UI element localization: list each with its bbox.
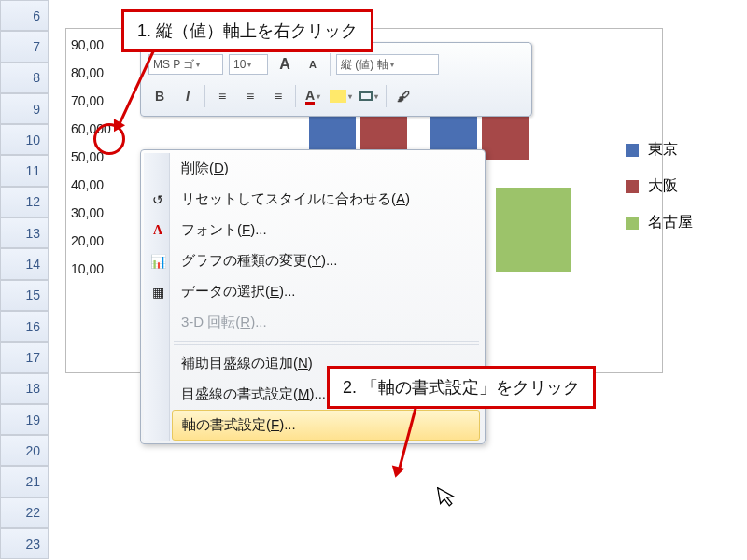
italic-label: I: [186, 89, 190, 104]
font-name-select[interactable]: MS P ゴ▾: [148, 54, 223, 75]
legend-label: 大阪: [648, 176, 678, 196]
menu-item-label: リセットしてスタイルに合わせる(A): [181, 190, 410, 208]
menu-item[interactable]: ↺リセットしてスタイルに合わせる(A): [144, 184, 482, 215]
axis-tick-label: 10,00: [71, 261, 104, 276]
separator: [204, 85, 205, 107]
menu-item[interactable]: 📊グラフの種類の変更(Y)...: [144, 245, 482, 276]
grow-font-button[interactable]: A: [274, 53, 296, 76]
align-center-button[interactable]: ≡: [239, 85, 261, 107]
menu-item-label: フォント(F)...: [181, 221, 267, 239]
chart-icon: 📊: [148, 252, 167, 271]
menu-item-label: 削除(D): [181, 160, 229, 177]
italic-button[interactable]: I: [176, 85, 199, 107]
row-header-21[interactable]: 21: [0, 466, 49, 497]
mini-toolbar: MS P ゴ▾ 10▾ A A 縦 (値) 軸▾ B I ≡ ≡ ≡ A▾ ▾ …: [140, 42, 532, 117]
A-icon: A: [148, 221, 167, 240]
bold-label: B: [155, 89, 164, 104]
row-header-13[interactable]: 13: [0, 217, 49, 248]
chart-element-select[interactable]: 縦 (値) 軸▾: [336, 54, 439, 75]
axis-tick-label: 40,00: [71, 177, 104, 192]
separator: [330, 53, 331, 76]
annotation-callout-1: 1. 縦（値）軸上を右クリック: [121, 9, 374, 52]
axis-tick-label: 30,00: [71, 205, 104, 220]
shrink-font-label: A: [309, 59, 317, 70]
row-header-16[interactable]: 16: [0, 311, 49, 342]
bar-nagoya[interactable]: [496, 188, 571, 272]
shrink-font-button[interactable]: A: [302, 53, 324, 76]
chart-legend[interactable]: 東京大阪名古屋: [626, 140, 719, 249]
annotation-callout-1-text: 1. 縦（値）軸上を右クリック: [137, 21, 358, 40]
font-color-button[interactable]: A▾: [302, 85, 324, 107]
menu-item[interactable]: 軸の書式設定(F)...: [172, 410, 480, 441]
separator: [386, 85, 387, 107]
legend-swatch: [626, 217, 639, 230]
row-header-20[interactable]: 20: [0, 435, 49, 466]
row-header-10[interactable]: 10: [0, 124, 49, 155]
table-icon: ▦: [148, 283, 167, 301]
chart-element-value: 縦 (値) 軸: [341, 57, 388, 73]
font-size-select[interactable]: 10▾: [229, 54, 268, 75]
mouse-cursor-icon: [437, 483, 460, 514]
menu-item: 3-D 回転(R)...: [144, 307, 482, 338]
legend-label: 名古屋: [648, 213, 693, 232]
menu-item[interactable]: Aフォント(F)...: [144, 215, 482, 245]
grow-font-label: A: [279, 56, 290, 73]
row-header-6[interactable]: 6: [0, 0, 49, 31]
row-header-15[interactable]: 15: [0, 280, 49, 311]
legend-swatch: [626, 144, 639, 157]
annotation-callout-2-text: 2. 「軸の書式設定」をクリック: [343, 378, 580, 397]
row-header-17[interactable]: 17: [0, 342, 49, 372]
outline-color-button[interactable]: ▾: [358, 85, 380, 107]
legend-item[interactable]: 名古屋: [626, 213, 719, 232]
row-headers: 67891011121314151617181920212223: [0, 0, 49, 559]
axis-tick-label: 70,00: [71, 93, 104, 108]
row-header-23[interactable]: 23: [0, 528, 49, 559]
annotation-callout-2: 2. 「軸の書式設定」をクリック: [327, 366, 596, 409]
fill-color-button[interactable]: ▾: [330, 85, 352, 107]
menu-item[interactable]: ▦データの選択(E)...: [144, 276, 482, 307]
menu-separator: [174, 341, 479, 342]
bold-button[interactable]: B: [148, 85, 171, 107]
menu-item-label: 目盛線の書式設定(M)...: [181, 385, 326, 403]
row-header-19[interactable]: 19: [0, 404, 49, 435]
font-name-value: MS P ゴ: [153, 57, 194, 73]
menu-item-label: データの選択(E)...: [181, 283, 296, 301]
legend-item[interactable]: 大阪: [626, 176, 719, 196]
format-painter-button[interactable]: 🖌: [392, 85, 415, 107]
axis-tick-label: 20,00: [71, 233, 104, 248]
menu-item-label: 軸の書式設定(F)...: [182, 416, 296, 434]
align-right-button[interactable]: ≡: [267, 85, 289, 107]
menu-item[interactable]: 削除(D): [144, 153, 482, 184]
menu-separator: [174, 344, 479, 345]
menu-item-label: 補助目盛線の追加(N): [181, 355, 313, 372]
row-header-7[interactable]: 7: [0, 31, 49, 62]
axis-tick-label: 90,00: [71, 37, 104, 52]
annotation-arrowhead-2: [389, 465, 405, 479]
row-header-9[interactable]: 9: [0, 93, 49, 124]
separator: [295, 85, 296, 107]
legend-item[interactable]: 東京: [626, 140, 719, 160]
row-header-18[interactable]: 18: [0, 373, 49, 404]
legend-swatch: [626, 180, 639, 193]
align-left-button[interactable]: ≡: [211, 85, 233, 107]
menu-item-label: 3-D 回転(R)...: [181, 314, 267, 331]
menu-item-label: グラフの種類の変更(Y)...: [181, 252, 338, 270]
row-header-8[interactable]: 8: [0, 63, 49, 93]
legend-label: 東京: [648, 140, 678, 160]
row-header-11[interactable]: 11: [0, 155, 49, 186]
row-header-22[interactable]: 22: [0, 497, 49, 528]
reset-icon: ↺: [148, 190, 167, 209]
axis-tick-label: 80,00: [71, 65, 104, 80]
row-header-12[interactable]: 12: [0, 187, 49, 217]
font-size-value: 10: [233, 58, 246, 71]
row-header-14[interactable]: 14: [0, 248, 49, 279]
